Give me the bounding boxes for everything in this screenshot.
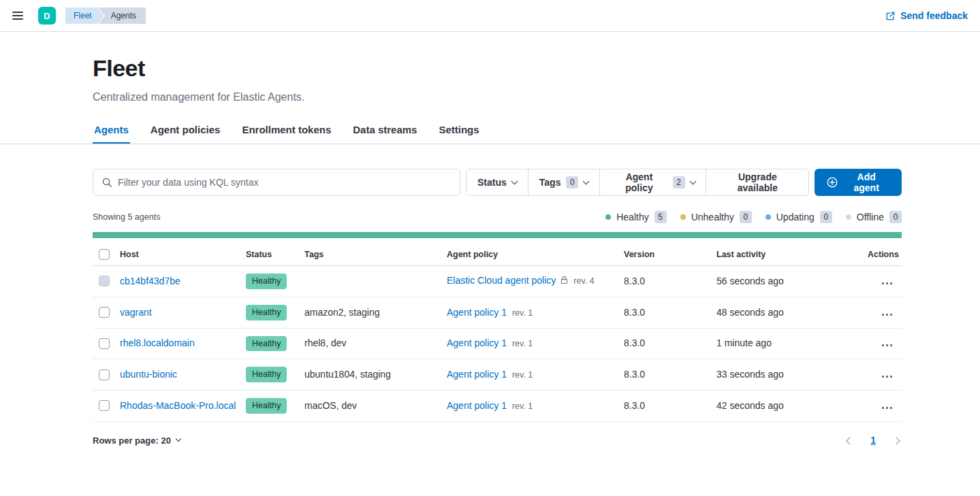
- status-badge: Healthy: [246, 398, 287, 414]
- row-checkbox[interactable]: [99, 369, 110, 380]
- kql-search-box: [93, 169, 460, 196]
- agents-toolbar: Status Tags 0 Agent policy 2 Upgrade ava…: [93, 169, 902, 196]
- host-link[interactable]: ubuntu-bionic: [120, 369, 177, 380]
- healthy-dot-icon: [605, 214, 611, 220]
- policy-cell: Agent policy 1rev. 1: [447, 297, 624, 328]
- row-checkbox[interactable]: [99, 338, 110, 349]
- table-row: rhel8.localdomain Healthy rhel8, dev Age…: [93, 328, 902, 359]
- host-link[interactable]: Rhodas-MacBook-Pro.local: [120, 400, 236, 411]
- policy-revision: rev. 4: [573, 276, 594, 286]
- row-checkbox[interactable]: [99, 307, 110, 318]
- tab-bar: Agents Agent policies Enrollment tokens …: [93, 121, 980, 144]
- version-cell: 8.3.0: [624, 266, 716, 297]
- host-link[interactable]: cb14bf43d7be: [120, 276, 180, 286]
- filter-upgrade-available-label: Upgrade available: [717, 171, 797, 193]
- send-feedback-label: Send feedback: [900, 10, 968, 21]
- filter-status[interactable]: Status: [467, 169, 528, 195]
- column-header-status: Status: [246, 244, 304, 266]
- agent-policy-link[interactable]: Agent policy 1: [447, 337, 507, 348]
- policy-revision: rev. 1: [512, 339, 533, 348]
- filter-agent-policy-count: 2: [673, 176, 685, 188]
- unhealthy-dot-icon: [680, 214, 686, 220]
- status-summary-row: Showing 5 agents Healthy 5 Unhealthy 0 U…: [93, 211, 902, 223]
- column-header-last-activity: Last activity: [716, 244, 868, 266]
- row-checkbox[interactable]: [99, 400, 110, 411]
- last-activity-cell: 48 seconds ago: [716, 297, 868, 328]
- agent-policy-link[interactable]: Agent policy 1: [447, 369, 507, 380]
- version-cell: 8.3.0: [624, 297, 716, 328]
- legend-unhealthy-label: Unhealthy: [691, 212, 734, 222]
- policy-cell: Elastic Cloud agent policyrev. 4: [447, 266, 624, 297]
- row-actions-icon[interactable]: [879, 404, 895, 412]
- column-header-host: Host: [120, 244, 246, 266]
- chevron-down-icon: [511, 178, 518, 184]
- select-all-checkbox[interactable]: [99, 249, 110, 260]
- host-link[interactable]: vagrant: [120, 307, 152, 318]
- last-activity-cell: 56 seconds ago: [716, 266, 868, 297]
- updating-dot-icon: [765, 214, 771, 220]
- tags-cell: rhel8, dev: [304, 328, 447, 359]
- status-badge: Healthy: [246, 367, 287, 382]
- search-icon: [101, 177, 112, 188]
- filter-upgrade-available[interactable]: Upgrade available: [706, 169, 808, 195]
- row-actions-icon[interactable]: [879, 373, 895, 380]
- tab-settings[interactable]: Settings: [437, 121, 480, 144]
- row-actions-icon[interactable]: [879, 280, 895, 287]
- filter-tags-label: Tags: [539, 177, 561, 188]
- add-agent-button[interactable]: Add agent: [815, 169, 902, 196]
- legend-healthy: Healthy 5: [605, 211, 666, 223]
- filter-agent-policy[interactable]: Agent policy 2: [599, 169, 706, 195]
- search-input[interactable]: [118, 177, 452, 188]
- host-link[interactable]: rhel8.localdomain: [120, 337, 195, 348]
- tags-cell: ubuntu1804, staging: [304, 359, 447, 391]
- tab-data-streams[interactable]: Data streams: [351, 121, 418, 144]
- legend-unhealthy-count: 0: [740, 211, 752, 223]
- chevron-down-icon: [583, 178, 590, 184]
- top-bar: D Fleet Agents Send feedback: [0, 0, 980, 32]
- legend-offline: Offline 0: [846, 211, 902, 223]
- send-feedback-link[interactable]: Send feedback: [885, 10, 968, 21]
- agents-content: Status Tags 0 Agent policy 2 Upgrade ava…: [93, 144, 902, 448]
- previous-page-icon[interactable]: [844, 433, 855, 448]
- row-actions-icon[interactable]: [879, 311, 895, 318]
- chevron-down-icon: [176, 436, 181, 442]
- tab-agent-policies[interactable]: Agent policies: [149, 121, 222, 144]
- last-activity-cell: 1 minute ago: [716, 328, 868, 359]
- agent-policy-link[interactable]: Agent policy 1: [447, 400, 507, 411]
- page-number-1[interactable]: 1: [870, 435, 876, 446]
- agents-table: Host Status Tags Agent policy Version La…: [93, 244, 902, 422]
- filter-tags[interactable]: Tags 0: [528, 169, 600, 195]
- version-cell: 8.3.0: [624, 328, 716, 359]
- breadcrumb-agents[interactable]: Agents: [99, 7, 146, 24]
- tab-agents[interactable]: Agents: [93, 121, 130, 144]
- agent-policy-link[interactable]: Elastic Cloud agent policy: [447, 275, 556, 286]
- deployment-avatar[interactable]: D: [38, 7, 56, 24]
- status-legend: Healthy 5 Unhealthy 0 Updating 0 Offline…: [605, 211, 902, 223]
- next-page-icon[interactable]: [891, 433, 902, 448]
- offline-dot-icon: [846, 214, 851, 220]
- policy-cell: Agent policy 1rev. 1: [447, 359, 624, 391]
- tab-enrollment-tokens[interactable]: Enrollment tokens: [240, 121, 332, 144]
- table-row: cb14bf43d7be Healthy Elastic Cloud agent…: [93, 266, 902, 297]
- column-header-actions: Actions: [868, 244, 902, 266]
- filter-status-label: Status: [477, 177, 507, 188]
- filter-group: Status Tags 0 Agent policy 2 Upgrade ava…: [466, 169, 809, 196]
- legend-offline-label: Offline: [857, 212, 884, 222]
- breadcrumb: Fleet Agents: [65, 7, 146, 24]
- column-header-tags: Tags: [304, 244, 447, 266]
- rows-per-page-label: Rows per page: 20: [93, 435, 171, 446]
- row-actions-icon[interactable]: [879, 342, 895, 349]
- rows-per-page-button[interactable]: Rows per page: 20: [93, 435, 180, 446]
- version-cell: 8.3.0: [624, 359, 716, 391]
- showing-agents-count: Showing 5 agents: [93, 212, 160, 222]
- breadcrumb-fleet[interactable]: Fleet: [65, 7, 104, 24]
- legend-offline-count: 0: [889, 211, 902, 223]
- table-footer: Rows per page: 20 1: [93, 433, 902, 448]
- table-row: Rhodas-MacBook-Pro.local Healthy macOS, …: [93, 391, 902, 422]
- agent-health-bar: [93, 232, 902, 238]
- tags-cell: [304, 266, 447, 297]
- plus-in-circle-icon: [827, 177, 838, 188]
- menu-icon[interactable]: [12, 7, 29, 24]
- add-agent-label: Add agent: [843, 171, 889, 193]
- agent-policy-link[interactable]: Agent policy 1: [447, 307, 507, 318]
